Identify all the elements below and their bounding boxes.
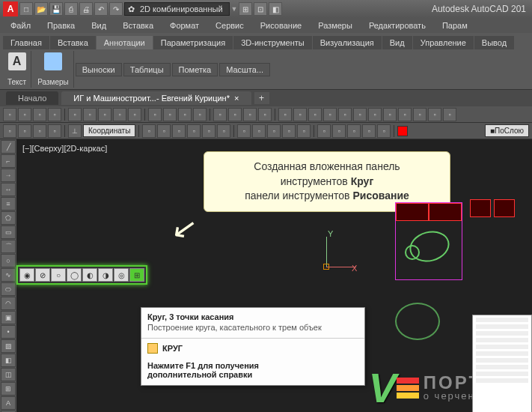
tab-parametric[interactable]: Параметризация (153, 36, 233, 49)
multiline-icon[interactable]: ≡ (1, 197, 16, 210)
spline-icon[interactable]: ∿ (1, 268, 16, 282)
doctab-start[interactable]: Начало (6, 91, 58, 105)
tb2-btn[interactable]: ▫ (377, 124, 391, 138)
panel-dims[interactable]: Размеры (33, 51, 74, 88)
tb1-btn[interactable]: ▫ (278, 108, 292, 121)
layer-combo[interactable]: ■ ПоСлою (485, 124, 529, 137)
tb2-btn[interactable]: ▫ (157, 124, 171, 138)
circle-ttt-icon[interactable]: ◑ (98, 268, 113, 282)
tb2-btn[interactable]: ▫ (347, 124, 361, 138)
qat-plot-icon[interactable]: 🖨 (79, 2, 93, 16)
tb1-btn[interactable]: ▫ (163, 108, 177, 121)
xline-icon[interactable]: ↔ (1, 183, 16, 196)
menu-edit[interactable]: Правка (40, 19, 82, 31)
region-icon[interactable]: ◫ (1, 368, 16, 381)
point-icon[interactable]: • (1, 325, 16, 339)
tb1-btn[interactable]: ▫ (398, 108, 412, 121)
circle-3point-icon[interactable]: ◯ (67, 268, 82, 282)
menu-modify[interactable]: Редактировать (361, 19, 433, 31)
polyline-icon[interactable]: ⌐ (1, 154, 16, 168)
tb1-btn[interactable]: ▫ (148, 108, 162, 121)
tab-insert[interactable]: Вставка (50, 36, 96, 49)
tab-output[interactable]: Вывод (474, 36, 514, 49)
workspace-selector[interactable]: 2D комбинированный (124, 2, 230, 16)
menu-format[interactable]: Формат (162, 19, 207, 31)
menu-params[interactable]: Парам (435, 19, 475, 31)
qat-saveas-icon[interactable]: ⎙ (64, 2, 78, 16)
circle-2point-icon[interactable]: ○ (51, 268, 66, 282)
text-icon[interactable]: A (1, 396, 16, 410)
tb2-btn[interactable]: ▫ (48, 124, 61, 138)
tb1-btn[interactable]: ▫ (213, 108, 227, 121)
tb1-btn[interactable]: ▫ (128, 108, 141, 121)
tab-manage[interactable]: Управление (413, 36, 474, 49)
tb1-btn[interactable]: ▫ (68, 108, 82, 121)
qat-undo-icon[interactable]: ↶ (94, 2, 108, 16)
tab-home[interactable]: Главная (3, 36, 49, 49)
circle-donut-icon[interactable]: ◎ (114, 268, 129, 282)
circle-center-diameter-icon[interactable]: ⊘ (35, 268, 50, 282)
flyout-grip-icon[interactable]: ⊞ (129, 268, 144, 282)
ellipse-arc-icon[interactable]: ◠ (1, 297, 16, 310)
qat-ext3-icon[interactable]: ◧ (269, 2, 282, 16)
tb2-btn[interactable]: ▫ (267, 124, 281, 138)
tb2-btn[interactable]: ▫ (237, 124, 251, 138)
tb1-btn[interactable]: ▫ (293, 108, 307, 121)
tab-visualize[interactable]: Визуализация (313, 36, 382, 49)
app-logo[interactable]: A (3, 1, 18, 16)
coords-combo[interactable]: Координаты (83, 124, 135, 137)
menu-file[interactable]: Файл (3, 19, 38, 31)
qat-redo-icon[interactable]: ↷ (109, 2, 123, 16)
tb2-btn[interactable]: ▫ (172, 124, 186, 138)
tb2-btn[interactable]: ▫ (3, 124, 16, 138)
tb1-btn[interactable]: ▫ (323, 108, 337, 121)
menu-tools[interactable]: Сервис (208, 19, 251, 31)
arc-icon[interactable]: ⌒ (1, 240, 16, 253)
doctab-add[interactable]: + (254, 92, 269, 104)
tb1-btn[interactable]: ▫ (308, 108, 322, 121)
qat-ext1-icon[interactable]: ⊞ (239, 2, 252, 16)
panel-text[interactable]: A Текст (3, 51, 31, 88)
tb2-btn[interactable]: ⊥ (68, 124, 82, 138)
doctab-active[interactable]: ИГ и Машиностроит...- Евгений Курицин* × (61, 91, 251, 105)
tab-view[interactable]: Вид (382, 36, 412, 49)
tb2-btn[interactable]: ▫ (362, 124, 376, 138)
tb1-btn[interactable]: ▫ (228, 108, 242, 121)
qat-new-icon[interactable]: □ (19, 2, 33, 16)
panel-tables[interactable]: Таблицы (123, 63, 171, 76)
panel-scale[interactable]: Масшта... (219, 63, 270, 76)
tb1-btn[interactable]: ▫ (113, 108, 126, 121)
tb1-btn[interactable]: ▫ (3, 108, 16, 121)
tb1-btn[interactable]: ▫ (243, 108, 257, 121)
tb2-btn[interactable]: ▫ (202, 124, 215, 138)
qat-ext2-icon[interactable]: ⊡ (254, 2, 267, 16)
tb2-btn[interactable]: ▫ (33, 124, 46, 138)
qat-save-icon[interactable]: 💾 (49, 2, 63, 16)
tb2-btn[interactable]: ▫ (332, 124, 346, 138)
tb1-btn[interactable]: ▫ (48, 108, 61, 121)
tb1-btn[interactable]: ▫ (338, 108, 352, 121)
tb2-btn[interactable]: ▫ (18, 124, 31, 138)
ray-icon[interactable]: → (1, 169, 16, 182)
tb1-btn[interactable]: ▫ (83, 108, 97, 121)
ellipse-icon[interactable]: ⬭ (1, 282, 16, 296)
circle-center-radius-icon[interactable]: ◉ (19, 268, 34, 282)
tb1-btn[interactable]: ▫ (353, 108, 367, 121)
block-icon[interactable]: ▣ (1, 311, 16, 324)
tb1-btn[interactable]: ▫ (18, 108, 31, 121)
line-icon[interactable]: ╱ (1, 140, 16, 154)
tb1-btn[interactable]: ▫ (258, 108, 272, 121)
tb2-btn[interactable]: ▫ (252, 124, 266, 138)
tb1-btn[interactable]: ▫ (383, 108, 397, 121)
polygon-icon[interactable]: ⬠ (1, 211, 16, 225)
circle-icon[interactable]: ○ (1, 254, 16, 267)
qat-open-icon[interactable]: 📂 (34, 2, 48, 16)
tb1-btn[interactable]: ▫ (428, 108, 441, 121)
tb2-btn[interactable]: ▫ (297, 124, 311, 138)
tb1-btn[interactable]: ▫ (368, 108, 382, 121)
table-icon[interactable]: ⊞ (1, 382, 16, 396)
rectangle-icon[interactable]: ▭ (1, 225, 16, 239)
menu-insert[interactable]: Вставка (115, 19, 161, 31)
color-swatch[interactable] (397, 126, 408, 136)
tb1-btn[interactable]: ▫ (413, 108, 426, 121)
